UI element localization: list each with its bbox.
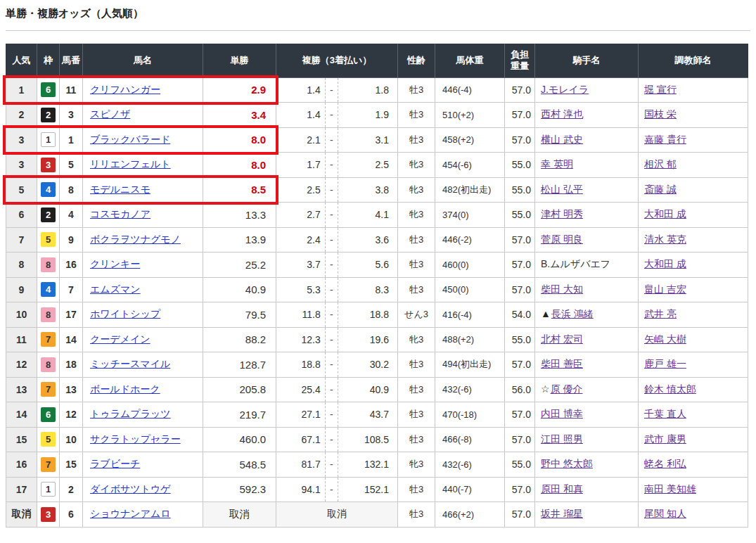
jockey-link[interactable]: J.モレイラ [541, 84, 589, 95]
trainer-link[interactable]: 大和田 成 [644, 258, 686, 269]
horse-weight-cell: 466(+2) [435, 502, 505, 528]
jockey-link[interactable]: 西村 淳也 [541, 108, 583, 120]
horse-name-cell: ホワイトシップ [83, 302, 203, 328]
place-odds-max: 132.1 [338, 459, 397, 470]
jockey-link[interactable]: 幸 英明 [541, 158, 573, 170]
horse-name-link[interactable]: スピノザ [90, 108, 130, 120]
jockey-link[interactable]: 津村 明秀 [541, 208, 583, 219]
place-odds-dash: - [326, 278, 338, 302]
trainer-cell: 武井 亮 [639, 302, 748, 328]
jockey-link[interactable]: 柴田 大知 [541, 283, 583, 295]
horse-name-link[interactable]: クリフハンガー [90, 84, 160, 95]
horse-name-link[interactable]: ラブビーチ [90, 458, 140, 469]
jockey-link[interactable]: 内田 博幸 [541, 408, 583, 419]
trainer-cell: 国枝 栄 [639, 103, 748, 128]
trainer-link[interactable]: 斎藤 誠 [644, 184, 677, 195]
jockey-link[interactable]: 原田 和真 [541, 483, 583, 494]
win-odds-cell: 592.3 [203, 477, 276, 502]
place-odds-cell: 5.3-8.3 [276, 277, 398, 302]
horse-weight-cell: 494(初出走) [435, 352, 505, 378]
load-weight-cell: 55.0 [505, 452, 535, 478]
jockey-cell: 津村 明秀 [535, 203, 639, 228]
trainer-link[interactable]: 南田 美知雄 [644, 483, 696, 494]
trainer-link[interactable]: 大和田 成 [644, 208, 686, 219]
trainer-link[interactable]: 国枝 栄 [644, 108, 677, 120]
waku-cell: 6 [37, 402, 60, 428]
trainer-link[interactable]: 鹿戸 雄一 [644, 358, 686, 369]
trainer-cell: 武市 康男 [639, 427, 748, 452]
jockey-link[interactable]: 北村 宏司 [541, 333, 583, 345]
horse-name-link[interactable]: トゥラムプラッツ [90, 408, 171, 419]
trainer-link[interactable]: 矢嶋 大樹 [644, 333, 686, 345]
jockey-link[interactable]: 横山 武史 [541, 134, 583, 145]
horse-number-cell: 16 [60, 253, 83, 278]
horse-number-cell: 7 [60, 277, 83, 302]
jockey-cell: 原田 和真 [535, 477, 639, 502]
horse-name-link[interactable]: ボールドホーク [90, 383, 160, 395]
win-odds-cell: 79.5 [203, 302, 276, 328]
load-weight-cell: 57.0 [505, 277, 535, 302]
jockey-cell: 菅原 明良 [535, 227, 639, 253]
jockey-link[interactable]: 原 優介 [551, 383, 583, 395]
place-odds-max: 152.1 [338, 484, 397, 495]
load-weight-cell: 57.0 [505, 103, 535, 128]
horse-name-link[interactable]: ミッチースマイル [90, 358, 170, 369]
jockey-link[interactable]: 江田 照男 [541, 433, 583, 445]
trainer-link[interactable]: 武市 康男 [644, 433, 686, 445]
jockey-mark: ☆ [541, 383, 550, 395]
horse-name-link[interactable]: コスモカノア [90, 208, 150, 219]
horse-name-link[interactable]: ダイボサツトウゲ [90, 483, 171, 494]
horse-name-link[interactable]: リリエンフェルト [90, 158, 171, 170]
waku-cell: 3 [37, 502, 60, 528]
trainer-link[interactable]: 蛯名 利弘 [644, 458, 686, 469]
sex-age-cell: 牡3 [398, 253, 435, 278]
trainer-link[interactable]: 相沢 郁 [644, 158, 677, 170]
jockey-link[interactable]: 坂井 瑠星 [541, 508, 583, 519]
waku-cell: 8 [37, 253, 60, 278]
horse-name-cell: ダイボサツトウゲ [83, 477, 203, 502]
waku-cell: 3 [37, 153, 60, 178]
jockey-link[interactable]: 長浜 鴻緒 [551, 308, 594, 319]
jockey-link[interactable]: 野中 悠太郎 [541, 458, 593, 469]
horse-name-link[interactable]: ブラックバラード [90, 134, 170, 145]
horse-number-cell: 5 [60, 153, 83, 178]
place-odds-dash: - [326, 253, 338, 277]
waku-badge: 1 [41, 132, 56, 147]
horse-name-link[interactable]: ボクラヲツナグモノ [90, 234, 181, 245]
place-odds-min: 1.4 [276, 103, 326, 127]
win-odds-cell: 219.7 [203, 402, 276, 428]
trainer-cell: 鈴木 慎太郎 [639, 377, 748, 402]
horse-name-link[interactable]: クーデメイン [90, 333, 150, 345]
jockey-cell: 柴田 大知 [535, 277, 639, 302]
trainer-link[interactable]: 清水 英克 [644, 234, 686, 245]
jockey-link[interactable]: 柴田 善臣 [541, 358, 583, 369]
horse-name-link[interactable]: ホワイトシップ [90, 308, 160, 319]
win-odds-cell: 8.0 [203, 153, 276, 178]
horse-number-cell: 11 [60, 77, 83, 103]
trainer-link[interactable]: 尾関 知人 [644, 508, 686, 519]
place-odds-min: 94.1 [276, 478, 326, 502]
trainer-link[interactable]: 武井 亮 [644, 308, 677, 319]
header-load-line2: 重量 [511, 60, 529, 71]
jockey-link[interactable]: 菅原 明良 [541, 234, 583, 245]
sex-age-cell: 牡3 [398, 127, 435, 153]
trainer-cell: 大和田 成 [639, 253, 748, 278]
horse-weight-cell: 432(-6) [435, 377, 505, 402]
trainer-link[interactable]: 千葉 直人 [644, 408, 686, 419]
horse-name-link[interactable]: モデルニスモ [90, 184, 150, 195]
place-odds-cell: 18.8-30.2 [276, 352, 398, 378]
horse-name-link[interactable]: ショウナンアムロ [90, 508, 171, 519]
horse-name-link[interactable]: クリンキー [90, 258, 140, 269]
trainer-link[interactable]: 堀 宣行 [644, 84, 677, 95]
horse-name-link[interactable]: サクラトップセラー [90, 433, 181, 445]
win-odds-cell: 3.4 [203, 103, 276, 128]
trainer-link[interactable]: 嘉藤 貴行 [644, 134, 686, 145]
waku-badge: 5 [41, 432, 56, 447]
sex-age-cell: 牝3 [398, 327, 435, 352]
horse-name-link[interactable]: エムズマン [90, 283, 141, 295]
trainer-link[interactable]: 鈴木 慎太郎 [644, 383, 696, 395]
waku-cell: 7 [37, 327, 60, 352]
jockey-link[interactable]: 松山 弘平 [541, 184, 583, 195]
sex-age-cell: 牡3 [398, 227, 435, 253]
trainer-link[interactable]: 畠山 吉宏 [644, 283, 686, 295]
